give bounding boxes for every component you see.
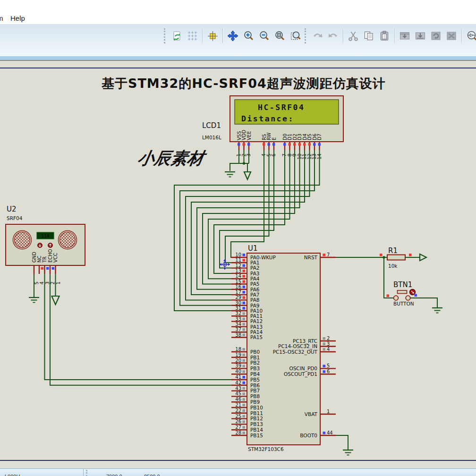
lcd-pin-label: D3: [297, 134, 302, 140]
power-terminal-icon[interactable]: [52, 296, 60, 305]
pin-state-marker: [243, 370, 246, 373]
wire-u2-echo[interactable]: [50, 274, 231, 385]
grid-icon[interactable]: [185, 29, 200, 43]
zoom-in-icon[interactable]: [241, 29, 256, 43]
redraw-icon[interactable]: [170, 29, 184, 43]
u1-port-label: PA3: [250, 271, 260, 276]
block-move-icon[interactable]: [413, 29, 428, 43]
pin-state-marker: [303, 143, 306, 146]
r1-ref-label[interactable]: R1: [388, 246, 398, 255]
undo-icon[interactable]: [310, 29, 325, 43]
lcd-part-label[interactable]: LM016L: [202, 135, 221, 140]
pin-state-marker: [243, 376, 246, 379]
u1-pin-number: 37: [235, 327, 241, 332]
pin-state-marker: [243, 365, 246, 367]
origin-icon[interactable]: [205, 29, 220, 43]
u1-port-label: PB13: [250, 421, 263, 427]
u1-port-label: PB4: [250, 371, 260, 377]
pin-state-marker: [323, 348, 326, 351]
view-part-icon[interactable]: [465, 29, 476, 43]
u1-pin-number: 3: [327, 341, 330, 347]
u1-pin-number: 30: [235, 300, 241, 306]
u1-pin-number: 26: [235, 419, 241, 424]
pin-state-marker: [243, 348, 246, 351]
schematic-title[interactable]: 基于STM32的HC-SRF04超声波测距仿真设计: [102, 76, 386, 91]
lcd-pin-label: VDD: [241, 129, 246, 140]
paste-icon[interactable]: [377, 29, 392, 43]
u1-pin-number: 33: [235, 316, 241, 322]
btn1-contact[interactable]: [406, 296, 410, 300]
wire-boot0[interactable]: [336, 435, 348, 450]
u1-pin-number: 2: [327, 336, 330, 341]
u1-pin-number: 13: [235, 268, 241, 273]
u1-pin-number: 16: [235, 284, 241, 289]
copy-icon[interactable]: [362, 29, 376, 43]
watermark-text: 小辰素材: [136, 148, 209, 168]
u1-port-label: PB1: [250, 355, 260, 360]
btn1-contact[interactable]: [394, 296, 399, 300]
u1-port-label: PA9: [250, 303, 260, 308]
u1-port-label: NRST: [304, 255, 318, 260]
zoom-area-icon[interactable]: [288, 29, 303, 43]
wire-lcd-vss[interactable]: [230, 150, 239, 171]
u1-port-label: PB3: [250, 366, 260, 371]
redo-icon[interactable]: [326, 29, 340, 43]
power-terminal-icon[interactable]: [244, 172, 251, 179]
u1-port-label: PA15: [250, 334, 263, 340]
pin-state-marker: [380, 254, 382, 256]
btn1-bar[interactable]: [398, 290, 407, 294]
btn1-part-label[interactable]: BUTTON: [393, 301, 414, 306]
pin-state-marker: [272, 143, 275, 146]
pin-state-marker: [289, 143, 291, 146]
pin-state-marker: [41, 267, 44, 270]
pin-state-marker: [283, 143, 286, 146]
zoom-out-icon[interactable]: [257, 29, 272, 43]
u1-port-label: PA11: [250, 313, 263, 319]
u1-pin-number: 31: [235, 306, 241, 311]
pin-state-marker: [52, 267, 55, 270]
toolbar-separator: [394, 29, 395, 43]
u2-transducer: [15, 232, 30, 248]
u1-ref-label[interactable]: U1: [248, 244, 258, 253]
pin-state-marker: [323, 343, 326, 346]
cut-icon[interactable]: [346, 29, 361, 43]
pin-state-marker: [323, 337, 326, 340]
u2-pin-number: 1: [56, 281, 61, 284]
wire-btn-right[interactable]: [410, 298, 437, 308]
lcd-pin-label: VEE: [246, 131, 252, 140]
btn1-ref-label[interactable]: BTN1: [393, 280, 412, 289]
menu-item-clipped[interactable]: m: [0, 14, 3, 22]
pin-state-marker: [409, 254, 412, 256]
u1-pin-number: 29: [235, 295, 241, 300]
power-terminal-icon[interactable]: [420, 254, 426, 261]
u1-part-label[interactable]: STM32F103C6: [248, 446, 284, 452]
block-delete-icon[interactable]: [444, 29, 459, 43]
u1-port-label: PC15-OSC32_OUT: [273, 349, 318, 355]
u1-port-label: PB11: [250, 410, 263, 416]
lcd-ref-label[interactable]: LCD1: [202, 121, 221, 130]
u1-port-label: PA10: [250, 308, 263, 314]
u1-pin-number: 1: [327, 409, 330, 414]
u2-part-label[interactable]: SRF04: [7, 215, 23, 221]
u2-ref-label[interactable]: U2: [7, 205, 17, 213]
u2-pin-label: TR: [42, 256, 47, 263]
schematic-canvas[interactable]: 基于STM32的HC-SRF04超声波测距仿真设计小辰素材HC-SRF04Dis…: [0, 61, 476, 461]
status-message: L000H: [5, 474, 20, 476]
u2-pin-label: GND: [32, 252, 37, 263]
zoom-all-icon[interactable]: [272, 29, 287, 43]
wire-lcd-data[interactable]: [220, 150, 274, 268]
toolbar-drag-handle[interactable]: [164, 28, 168, 43]
block-rotate-icon[interactable]: [429, 29, 443, 43]
menu-item-help[interactable]: Help: [10, 14, 25, 22]
pin-state-marker: [243, 398, 246, 401]
r1-body[interactable]: [387, 255, 405, 260]
pin-state-marker: [318, 143, 321, 146]
pan-icon[interactable]: [226, 29, 240, 43]
status-separator: [83, 469, 84, 476]
u1-port-label: PB0: [250, 349, 260, 355]
block-copy-icon[interactable]: [398, 29, 412, 43]
toolbar-drag-handle[interactable]: [305, 28, 308, 43]
lcd-pin-label: D6: [312, 134, 317, 140]
pin-state-marker: [243, 328, 246, 331]
r1-value-label[interactable]: 10k: [388, 263, 398, 269]
